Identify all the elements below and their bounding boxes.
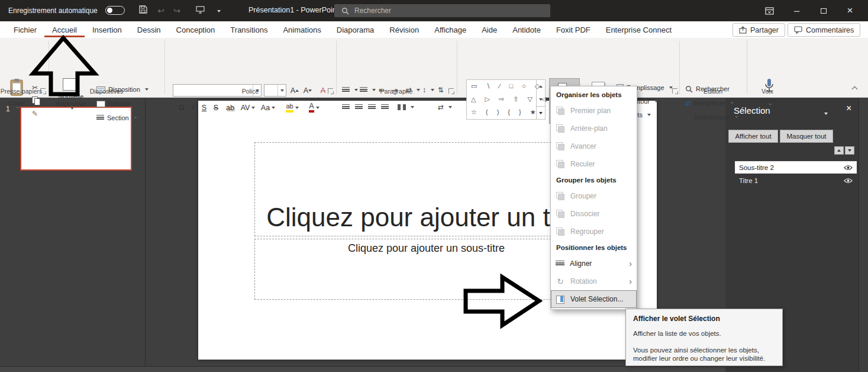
selection-pane-menu-button[interactable] (822, 108, 828, 118)
search-icon (341, 7, 349, 15)
shapes-row-1[interactable]: ▭ ∖ ∕ □ ○ ◇ (471, 82, 543, 90)
character-spacing-button[interactable]: AV (239, 101, 257, 114)
menu-item-avancer[interactable]: Avancer (551, 137, 637, 155)
tab-accueil[interactable]: Accueil (44, 21, 85, 37)
menu-item-arriere-plan[interactable]: Arrière-plan (551, 120, 637, 137)
send-to-back-icon (556, 124, 565, 133)
change-case-button[interactable]: Aa (259, 101, 277, 114)
menu-item-rotation[interactable]: ↻Rotation› (551, 272, 637, 290)
share-button[interactable]: Partager (733, 23, 785, 37)
chevron-down-icon (217, 10, 221, 12)
vertical-scrollbar[interactable] (859, 98, 868, 372)
ribbon-display-options-button[interactable] (756, 0, 783, 21)
paragraph-dialog-launcher-icon[interactable] (448, 88, 454, 94)
italic-button[interactable]: I (188, 101, 198, 114)
comments-button[interactable]: Commentaires (788, 23, 860, 37)
align-right-button[interactable] (368, 101, 376, 113)
selection-pane-close-button[interactable]: × (846, 103, 851, 114)
save-button[interactable] (136, 5, 150, 17)
subtitle-placeholder[interactable]: Cliquez pour ajouter un sous-titre (254, 239, 598, 300)
hide-all-button[interactable]: Masquer tout (780, 130, 833, 143)
menu-item-volet-selection[interactable]: Volet Sélection... (551, 290, 637, 308)
chevron-down-icon (70, 107, 74, 110)
clipboard-dialog-launcher-icon[interactable] (40, 88, 46, 94)
tab-affichage[interactable]: Affichage (427, 21, 474, 37)
shapes-scroll-up-button[interactable] (536, 80, 545, 93)
section-button[interactable]: Section (96, 112, 137, 124)
caret-up-icon (539, 85, 543, 88)
qat-customize-button[interactable] (211, 5, 225, 17)
eye-icon[interactable] (844, 178, 853, 184)
bring-to-front-icon (556, 106, 565, 116)
eye-icon[interactable] (844, 165, 853, 171)
section-icon (96, 115, 104, 121)
selection-item-sous-titre-2[interactable]: Sous-titre 2 (735, 162, 856, 173)
shapes-scroll-down-button[interactable] (536, 93, 545, 106)
format-painter-icon: ✎ (32, 110, 38, 117)
tab-insertion[interactable]: Insertion (85, 21, 130, 37)
shapes-gallery[interactable]: ▭ ∖ ∕ □ ○ ◇ △ ▷ ⇨ ⇧ ▽ ◁ ☆ ( ) { } ★ (466, 79, 546, 120)
ribbon: Coller ✂ ✎ Presse-papiers Nouvelle diapo… (0, 38, 868, 98)
chevron-down-icon (316, 107, 320, 109)
select-button[interactable]: ↖Sélectionner (685, 111, 738, 123)
caret-down-icon (848, 149, 851, 152)
font-color-button[interactable]: A (305, 101, 323, 114)
tab-foxit-pdf[interactable]: Foxit PDF (548, 21, 598, 37)
strikethrough-button[interactable]: S (211, 101, 221, 114)
tab-antidote[interactable]: Antidote (505, 21, 548, 37)
menu-item-reculer[interactable]: Reculer (551, 155, 637, 173)
chevron-down-icon (272, 107, 275, 109)
replace-button[interactable]: ⇄Remplacer (685, 97, 734, 109)
tab-dessin[interactable]: Dessin (130, 21, 169, 37)
chevron-down-icon (134, 117, 137, 119)
convert-smartart-button[interactable]: ⇄ (438, 101, 452, 113)
columns-button[interactable] (398, 101, 414, 113)
close-button[interactable]: × (837, 0, 863, 21)
highlight-color-button[interactable]: ab (283, 101, 302, 114)
shapes-more-button[interactable] (536, 106, 545, 119)
drawing-dialog-launcher-icon[interactable] (672, 88, 677, 94)
copy-button[interactable] (32, 95, 40, 107)
tab-enterprise-connect[interactable]: Enterprise Connect (598, 21, 679, 37)
bring-forward-button[interactable] (834, 146, 844, 155)
tab-transitions[interactable]: Transitions (222, 21, 275, 37)
title-placeholder[interactable]: Cliquez pour ajouter un titre (254, 142, 598, 236)
tab-animations[interactable]: Animations (275, 21, 328, 37)
tab-revision[interactable]: Révision (382, 21, 427, 37)
slide-thumbnail-panel: 1 (0, 98, 146, 372)
search-box[interactable] (334, 4, 550, 17)
menu-item-regrouper[interactable]: Regrouper (551, 223, 637, 240)
quick-access-display-button[interactable] (193, 5, 207, 17)
selection-item-titre-1[interactable]: Titre 1 (735, 175, 856, 186)
underline-button[interactable]: S (199, 101, 209, 114)
font-dialog-launcher-icon[interactable] (328, 88, 333, 94)
chevron-down-icon (824, 113, 828, 115)
tab-aide[interactable]: Aide (474, 21, 505, 37)
reset-slide-button[interactable]: Rétablir (96, 98, 131, 110)
menu-item-aligner[interactable]: Aligner› (551, 255, 637, 272)
search-input[interactable] (354, 7, 526, 15)
collapse-ribbon-button[interactable] (853, 83, 857, 94)
shapes-row-3[interactable]: ☆ ( ) { } ★ (471, 108, 540, 116)
justify-button[interactable] (381, 101, 389, 113)
rotation-icon: ↻ (556, 277, 565, 286)
align-center-button[interactable] (355, 101, 363, 113)
send-backward-button[interactable] (845, 146, 854, 155)
tab-diaporama[interactable]: Diaporama (329, 21, 382, 37)
tab-conception[interactable]: Conception (169, 21, 223, 37)
menu-item-grouper[interactable]: Grouper (551, 187, 637, 205)
text-shadow-button[interactable]: ab (224, 101, 237, 114)
menu-item-dissocier[interactable]: Dissocier (551, 205, 637, 223)
maximize-button[interactable] (810, 0, 837, 21)
minimize-button[interactable]: ─ (783, 0, 810, 21)
redo-button[interactable]: ↪ (170, 5, 184, 17)
autosave-toggle[interactable] (105, 6, 125, 15)
tab-fichier[interactable]: Fichier (6, 21, 44, 37)
bold-button[interactable]: G (176, 101, 187, 114)
bring-forward-icon (556, 142, 565, 151)
show-all-button[interactable]: Afficher tout (728, 130, 778, 143)
align-left-button[interactable] (342, 101, 350, 113)
menu-item-premier-plan[interactable]: Premier plan (551, 102, 637, 120)
undo-button[interactable]: ↩ (154, 5, 168, 17)
format-painter-button[interactable]: ✎ (32, 108, 38, 120)
